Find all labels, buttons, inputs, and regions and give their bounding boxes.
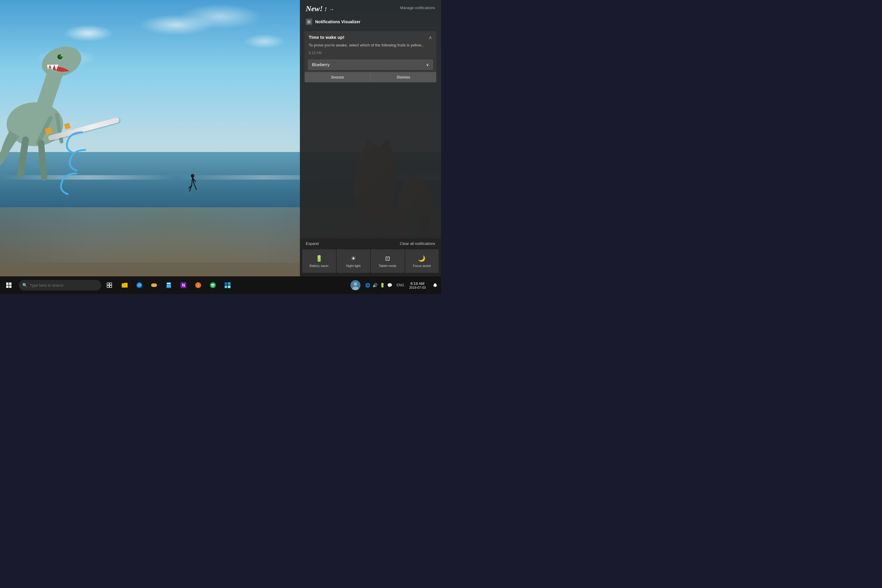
action-center-tray-icon[interactable]: 💬 — [387, 283, 392, 288]
svg-rect-33 — [225, 285, 227, 288]
start-button[interactable] — [0, 276, 18, 294]
tray-icons-group: 🌐 🔊 🔋 💬 — [362, 283, 395, 288]
taskbar-app-game[interactable]: ⬡ — [147, 276, 161, 294]
quick-tile-night-light[interactable]: ☀ Night light — [337, 249, 370, 273]
taskbar: 🔍 ⬡ — [0, 276, 441, 294]
taskbar-app-spotify[interactable] — [206, 276, 220, 294]
network-icon[interactable]: 🌐 — [365, 283, 370, 288]
svg-rect-11 — [110, 283, 112, 285]
svg-rect-6 — [6, 282, 9, 285]
svg-rect-10 — [107, 283, 109, 285]
taskbar-app-onenote[interactable]: N — [176, 276, 190, 294]
taskbar-app-calculator[interactable] — [162, 276, 176, 294]
notification-collapse-button[interactable]: ∧ — [429, 35, 432, 40]
notifications-button[interactable] — [429, 276, 441, 294]
svg-text:♪: ♪ — [197, 284, 199, 288]
svg-rect-32 — [228, 282, 231, 285]
dismiss-button[interactable]: Dismiss — [371, 72, 436, 82]
app-name-label: Notifications Visualizer — [315, 20, 360, 24]
clock-time: 8:19 AM — [410, 281, 424, 286]
search-input[interactable] — [30, 283, 94, 288]
quick-tile-battery-saver[interactable]: 🔋 Battery saver — [302, 249, 336, 273]
svg-point-36 — [354, 282, 357, 286]
system-clock[interactable]: 8:19 AM 2019-07-03 — [406, 281, 429, 289]
taskbar-app-edge[interactable] — [132, 276, 146, 294]
action-center-header: New! ! → Manage notifications — [300, 0, 441, 16]
notification-card-header: Time to wake up! ∧ — [304, 31, 436, 43]
manage-notifications-link[interactable]: Manage notifications — [400, 6, 435, 10]
system-tray: 🌐 🔊 🔋 💬 ENG 8:19 AM 2019-07-03 — [349, 276, 441, 294]
taskbar-apps: ⬡ N ♪ — [118, 276, 235, 294]
notification-app-header: ⊞ Notifications Visualizer — [300, 16, 441, 28]
file-explorer-icon — [121, 282, 128, 289]
apps-grid-icon — [224, 282, 231, 289]
task-view-icon — [107, 282, 112, 288]
action-center-panel: New! ! → Manage notifications ⊞ Notifica… — [300, 0, 441, 276]
chevron-down-icon: ∨ — [426, 62, 429, 67]
svg-rect-34 — [228, 285, 231, 288]
notification-card: Time to wake up! ∧ To prove you're awake… — [304, 31, 436, 82]
fruit-dropdown[interactable]: Blueberry ∨ — [308, 60, 433, 70]
focus-assist-icon: 🌙 — [418, 255, 425, 262]
svg-point-5 — [191, 174, 194, 178]
runner-silhouette — [188, 174, 197, 197]
night-light-label: Night light — [346, 264, 360, 268]
taskbar-app-taskview-grid[interactable] — [220, 276, 235, 294]
svg-text:⬡: ⬡ — [153, 284, 156, 287]
music-icon: ♪ — [195, 282, 202, 289]
snooze-button[interactable]: Snooze — [304, 72, 371, 82]
game-icon: ⬡ — [150, 282, 158, 289]
onenote-icon: N — [180, 282, 187, 289]
dropdown-selected-value: Blueberry — [312, 62, 426, 67]
tablet-mode-label: Tablet mode — [379, 264, 396, 268]
svg-rect-22 — [170, 285, 171, 286]
svg-rect-23 — [167, 286, 168, 287]
focus-assist-label: Focus assist — [413, 264, 431, 268]
clear-all-button[interactable]: Clear all notifications — [400, 242, 435, 246]
svg-rect-21 — [168, 285, 170, 286]
notification-bell-icon — [433, 283, 438, 288]
svg-rect-9 — [9, 285, 12, 288]
action-center-bottom: Expand Clear all notifications 🔋 Battery… — [300, 238, 441, 276]
app-icon: ⊞ — [306, 18, 312, 25]
battery-saver-label: Battery saver — [310, 264, 329, 268]
expand-button[interactable]: Expand — [306, 242, 319, 246]
new-label: New! ! → — [306, 4, 334, 13]
windows-logo-icon — [6, 282, 12, 288]
svg-rect-8 — [6, 285, 9, 288]
svg-rect-7 — [9, 282, 12, 285]
search-bar[interactable]: 🔍 — [19, 280, 101, 291]
edge-icon — [136, 282, 143, 289]
svg-rect-13 — [110, 285, 112, 288]
ink-drawing — [59, 126, 112, 200]
svg-rect-31 — [225, 282, 227, 285]
svg-rect-20 — [167, 285, 168, 286]
clock-date: 2019-07-03 — [409, 286, 426, 289]
night-light-icon: ☀ — [351, 255, 356, 262]
user-avatar[interactable] — [351, 280, 360, 290]
task-view-button[interactable] — [102, 276, 116, 294]
quick-tile-focus-assist[interactable]: 🌙 Focus assist — [405, 249, 439, 273]
language-indicator[interactable]: ENG — [395, 283, 406, 287]
svg-rect-12 — [107, 285, 109, 288]
svg-point-4 — [61, 55, 62, 56]
user-avatar-image — [351, 280, 360, 290]
svg-rect-25 — [170, 286, 171, 287]
notification-actions: Snooze Dismiss — [304, 72, 436, 82]
svg-rect-38 — [435, 286, 436, 287]
notification-title: Time to wake up! — [309, 35, 344, 40]
svg-rect-14 — [122, 284, 128, 288]
taskbar-app-file-explorer[interactable] — [118, 276, 132, 294]
svg-rect-24 — [168, 286, 170, 287]
calculator-icon — [165, 282, 172, 289]
taskbar-app-music[interactable]: ♪ — [191, 276, 205, 294]
tablet-mode-icon: ⊡ — [385, 255, 390, 262]
volume-icon[interactable]: 🔊 — [372, 283, 378, 288]
expand-clear-row: Expand Clear all notifications — [300, 238, 441, 248]
spotify-icon — [209, 282, 216, 289]
quick-tile-tablet-mode[interactable]: ⊡ Tablet mode — [371, 249, 405, 273]
notification-body: To prove you're awake, select which of t… — [304, 43, 436, 50]
quick-actions-grid: 🔋 Battery saver ☀ Night light ⊡ Tablet m… — [300, 248, 441, 276]
search-icon: 🔍 — [22, 283, 27, 288]
battery-icon[interactable]: 🔋 — [380, 283, 385, 288]
